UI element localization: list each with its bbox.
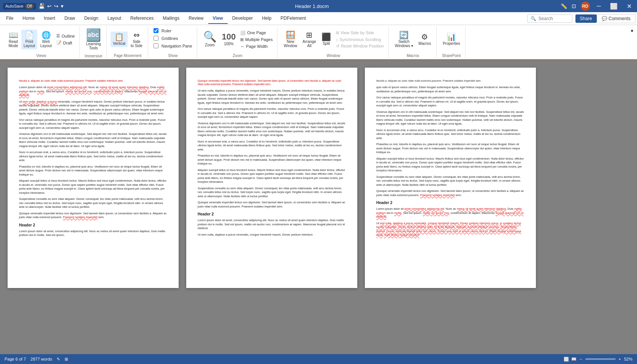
comments-button[interactable]: 💬 Comments <box>597 14 635 23</box>
print-layout-button[interactable]: 📄 PrintLayout <box>21 30 37 49</box>
status-bar: Page 6 of 7 2877 words ✎ ⊞ ⬜ 📖 − + 52% <box>0 354 637 364</box>
tab-insert[interactable]: Insert <box>39 13 60 24</box>
side-to-side-button[interactable]: ⇔ Sideto Side <box>128 30 145 49</box>
page2-para2: Orci varius natoque penatibus et magnis … <box>198 107 346 119</box>
redo-icon[interactable]: ↪ <box>54 3 59 9</box>
show-label: Show <box>168 52 177 58</box>
tab-view[interactable]: View <box>208 13 228 24</box>
navigation-pane-checkbox[interactable]: Navigation Pane <box>152 43 194 49</box>
ribbon-group-show: Ruler Gridlines Navigation Pane Show <box>149 27 197 58</box>
tab-mailings[interactable]: Mailings <box>158 13 184 24</box>
customize-icon[interactable]: ▾ <box>61 3 63 9</box>
page3-after-heading2: Ut sed nulla, dapibus a purus venenatis,… <box>376 222 524 237</box>
tab-help[interactable]: Help <box>257 13 276 24</box>
macros-label: Macros <box>407 52 419 58</box>
page2-para4: Nunc in accumsan erat, a varius arcu. Cu… <box>198 140 346 152</box>
zoom-out-icon[interactable]: − <box>580 357 582 361</box>
tab-file[interactable]: File <box>2 13 18 24</box>
one-page-button[interactable]: ⬜ One Page <box>239 30 274 36</box>
search-input[interactable] <box>539 16 569 21</box>
autosave-toggle[interactable]: Off <box>25 4 34 9</box>
undo-icon[interactable]: ↩ <box>47 3 52 9</box>
macros-buttons: 🔄 SwitchWindows ▾ ⚙ Macros <box>393 27 433 52</box>
read-mode-icon: 📖 <box>9 31 18 39</box>
collapse-icon[interactable]: ▲ <box>630 28 634 32</box>
tab-home[interactable]: Home <box>18 13 39 24</box>
status-right: ⬜ 📖 − + 52% <box>564 357 632 362</box>
minimize-button[interactable]: ─ <box>594 3 603 9</box>
draft-button[interactable]: 📝 Draft <box>55 40 76 46</box>
arrange-all-icon: ⊞ <box>306 31 312 39</box>
zoom-100-button[interactable]: 100 100% <box>220 31 238 47</box>
autosave-label: AutoSave <box>5 4 24 8</box>
gridlines-checkbox[interactable]: Gridlines <box>152 35 179 41</box>
column-select-icon[interactable]: ⊞ <box>65 357 68 362</box>
sync-scroll-icon: ↕ <box>336 37 338 42</box>
split-icon: ⬛ <box>322 33 331 41</box>
ribbon-group-macros: 🔄 SwitchWindows ▾ ⚙ Macros Macros <box>390 27 437 58</box>
tab-layout[interactable]: Layout <box>103 13 126 24</box>
split-button[interactable]: ⬛ Split <box>319 32 334 47</box>
page3-para3: Vivamus dignissim orci in elit malesuada… <box>376 110 524 126</box>
page1-para1: Lorem ipsum dolor sit amet consectetur a… <box>19 85 167 98</box>
zoom-in-icon[interactable]: + <box>619 357 621 361</box>
save-icon[interactable]: 💾 <box>38 3 45 9</box>
synchronous-scrolling-button[interactable]: ↕ Synchronous Scrolling <box>334 36 385 43</box>
gridlines-check[interactable] <box>154 36 158 41</box>
multiple-pages-button[interactable]: ⊞ Multiple Pages <box>239 36 274 43</box>
page1-para5: Nunc in accumsan erat, a varius arcu. Cu… <box>19 150 167 163</box>
outline-draft-buttons: ☰ Outline 📝 Draft <box>55 33 76 46</box>
one-page-icon: ⬜ <box>240 30 246 35</box>
search-box[interactable]: 🔍 <box>527 14 572 23</box>
ruler-check[interactable] <box>154 28 158 33</box>
arrange-all-button[interactable]: ⊞ ArrangeAll <box>300 30 318 49</box>
page3-para6: Aliquam suscipit tellus ut risus tincidu… <box>376 157 524 173</box>
share-button[interactable]: Share <box>575 14 597 23</box>
reset-window-button[interactable]: ↺ Reset Window Position <box>334 43 385 49</box>
page3-top-text: faciulis a. aliquam ac iusto vitae nulla… <box>376 79 524 82</box>
zoom-button[interactable]: 🔍 Zoom <box>201 30 219 49</box>
restore-button[interactable]: ⬜ <box>608 3 620 10</box>
tab-pdfelement[interactable]: PDFelement <box>276 13 311 24</box>
tab-draw[interactable]: Draw <box>60 13 79 24</box>
vertical-button[interactable]: 📋 Vertical <box>111 32 128 47</box>
vertical-icon: 📋 <box>114 33 124 41</box>
track-changes-icon[interactable]: ✎ <box>57 357 60 362</box>
ribbon-group-page-movement: 📋 Vertical ⇔ Sideto Side Page Movement <box>108 27 148 58</box>
print-view-icon[interactable]: ⬜ <box>564 357 569 362</box>
zoom-level[interactable]: 52% <box>624 357 632 361</box>
tab-design[interactable]: Design <box>79 13 103 24</box>
page3-para8: Quisque venenatis imperdiet lectus non d… <box>376 189 524 197</box>
tab-references[interactable]: References <box>126 13 158 24</box>
outline-button[interactable]: ☰ Outline <box>55 33 76 39</box>
web-layout-button[interactable]: 🌐 WebLayout <box>38 30 54 49</box>
page-width-button[interactable]: ↔ Page Width <box>239 43 274 49</box>
page-width-icon: ↔ <box>240 44 244 49</box>
new-window-button[interactable]: 🪟 NewWindow <box>281 30 299 49</box>
tab-developer[interactable]: Developer <box>228 13 258 24</box>
read-view-icon[interactable]: 📖 <box>571 357 577 362</box>
outline-icon: ☰ <box>56 33 60 38</box>
ribbon-group-views: 📖 ReadMode 📄 PrintLayout 🌐 WebLayout ☰ O… <box>3 27 80 58</box>
autosave-control[interactable]: AutoSave Off <box>3 3 36 9</box>
view-side-by-side-button[interactable]: ⧉ View Side by Side <box>334 30 385 36</box>
close-button[interactable]: ✕ <box>624 3 634 10</box>
tab-review[interactable]: Review <box>184 13 208 24</box>
learning-tools-button[interactable]: 🔤 LearningTools <box>84 27 103 52</box>
layout-icon[interactable]: ⊡ <box>572 3 576 9</box>
read-mode-button[interactable]: 📖 ReadMode <box>6 30 21 49</box>
switch-windows-button[interactable]: 🔄 SwitchWindows ▾ <box>393 30 415 49</box>
views-buttons: 📖 ReadMode 📄 PrintLayout 🌐 WebLayout ☰ O… <box>6 27 76 52</box>
search-icon: 🔍 <box>531 16 536 21</box>
ruler-checkbox[interactable]: Ruler <box>152 27 173 34</box>
ribbon-collapse-button[interactable]: ▲ <box>630 27 634 58</box>
page1-para2: Ut sero nulla, dapibus a purus venenatis… <box>19 100 167 116</box>
zoom-slider[interactable] <box>585 358 616 360</box>
title-bar: AutoSave Off 💾 ↩ ↪ ▾ Header 1.docm ✏️ ⊡ … <box>0 0 637 12</box>
user-avatar[interactable]: RD <box>581 2 590 11</box>
properties-button[interactable]: 📊 Properties <box>441 32 463 47</box>
nav-pane-check[interactable] <box>154 43 158 48</box>
macros-button[interactable]: ⚙ Macros <box>416 32 433 47</box>
zoom-label: Zoom <box>233 52 242 58</box>
pen-icon[interactable]: ✏️ <box>561 3 567 9</box>
